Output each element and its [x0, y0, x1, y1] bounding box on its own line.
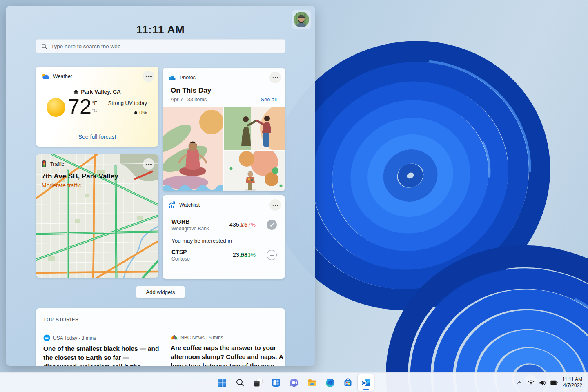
- edge-browser-button[interactable]: [322, 374, 338, 391]
- photo-thumbnail-circles[interactable]: [224, 151, 285, 191]
- stock-company: Woodgrove Bank: [172, 226, 209, 232]
- web-search-bar[interactable]: [36, 39, 285, 53]
- photos-widget[interactable]: Photos On This Day Apr 7 · 33 items See …: [163, 68, 285, 191]
- folder-icon: [307, 378, 317, 388]
- see-full-forecast-link[interactable]: See full forcast: [36, 134, 158, 140]
- home-icon: [74, 89, 78, 94]
- news-headline: Are coffee naps the answer to your after…: [171, 343, 285, 366]
- widgets-icon: [271, 378, 281, 388]
- weather-condition: Strong UV today: [108, 100, 147, 106]
- start-button[interactable]: [214, 374, 230, 391]
- desktop: 11:11 AM: [0, 0, 588, 392]
- watchlist-title: Watchlist: [179, 202, 200, 208]
- stock-ticker: WGRB: [172, 218, 189, 225]
- traffic-title: Traffic: [50, 161, 64, 167]
- more-options-icon: [145, 164, 152, 165]
- taskbar-clock[interactable]: 11:11 AM 4/7/2022: [560, 376, 586, 389]
- avatar-photo-icon: [294, 12, 309, 27]
- unit-fahrenheit[interactable]: °F: [92, 100, 101, 107]
- task-view-button[interactable]: [250, 374, 266, 391]
- chat-icon: [289, 378, 299, 388]
- taskbar-time: 11:11 AM: [562, 376, 582, 383]
- watchlist-widget[interactable]: Watchlist WGRB Woodgrove Bank 435.75 -1.…: [163, 195, 285, 279]
- traffic-widget[interactable]: Traffic 7th Ave SB, Park Valley Moderate…: [36, 154, 158, 278]
- weather-widget[interactable]: Weather Park Valley, CA 72 °F °C Strong …: [36, 67, 158, 147]
- add-widgets-button[interactable]: Add widgets: [136, 286, 185, 298]
- windows-start-icon: [217, 378, 227, 388]
- more-options-icon: [272, 77, 278, 78]
- system-tray: 11:11 AM 4/7/2022: [514, 373, 586, 392]
- top-stories-heading: TOP STORIES: [43, 317, 79, 323]
- usa-today-logo-icon: [43, 334, 50, 341]
- more-options-icon: [145, 76, 152, 77]
- photos-subtitle: Apr 7 · 33 items: [171, 97, 207, 102]
- traffic-status: Moderate traffic: [42, 182, 81, 189]
- watchlist-add-button[interactable]: [267, 250, 277, 260]
- outlook-icon: [361, 378, 371, 388]
- stock-company: Contoso: [172, 256, 190, 262]
- watchlist-chart-icon: [168, 201, 176, 209]
- tray-chevron-up-icon[interactable]: [514, 374, 525, 391]
- file-explorer-button[interactable]: [304, 374, 320, 391]
- temperature-unit-toggle: °F °C: [92, 100, 101, 114]
- weather-temperature: 72: [68, 94, 91, 119]
- microsoft-store-button[interactable]: [340, 374, 356, 391]
- edge-icon: [325, 378, 335, 388]
- weather-more-button[interactable]: [143, 71, 154, 82]
- photos-see-all-link[interactable]: See all: [261, 96, 277, 102]
- plus-icon: [270, 253, 274, 258]
- profile-avatar-button[interactable]: [292, 10, 311, 29]
- news-source-line: NBC News · 5 mins: [180, 335, 223, 341]
- watchlist-suggestion-label: You may be interested in: [172, 238, 232, 244]
- outlook-button[interactable]: [358, 374, 374, 391]
- photos-more-button[interactable]: [270, 72, 281, 83]
- news-headline: One of the smallest black holes — and th…: [43, 344, 163, 366]
- taskbar-search-button[interactable]: [232, 374, 248, 391]
- teams-chat-button[interactable]: [286, 374, 302, 391]
- battery-icon[interactable]: [548, 374, 559, 391]
- taskbar-date: 4/7/2022: [562, 383, 582, 389]
- photos-grid[interactable]: [163, 107, 285, 191]
- volume-icon[interactable]: [537, 374, 548, 391]
- photos-title: Photos: [180, 75, 196, 80]
- photos-cloud-icon: [168, 75, 176, 80]
- taskbar: 11:11 AM 4/7/2022: [0, 372, 588, 392]
- more-options-icon: [272, 205, 278, 206]
- unit-celsius[interactable]: °C: [92, 107, 101, 114]
- weather-cloud-icon: [42, 74, 49, 79]
- news-story[interactable]: USA Today · 3 mins One of the smallest b…: [43, 334, 163, 366]
- droplet-icon: [134, 110, 138, 115]
- watchlist-row-wgrb[interactable]: WGRB Woodgrove Bank 435.75 -1.67%: [172, 218, 279, 234]
- sun-icon: [47, 98, 65, 117]
- traffic-more-button[interactable]: [143, 158, 154, 170]
- photo-thumbnail-highfive[interactable]: [224, 107, 285, 150]
- search-input[interactable]: [51, 43, 280, 49]
- top-stories-card: TOP STORIES USA Today · 3 mins One of th…: [36, 308, 285, 366]
- watchlist-added-button[interactable]: [267, 220, 277, 230]
- stock-change: -1.67%: [238, 222, 256, 228]
- nbc-news-logo-icon: [171, 334, 178, 341]
- weather-location: Park Valley, CA: [81, 89, 120, 95]
- check-icon: [269, 222, 274, 227]
- photos-heading: On This Day: [171, 87, 211, 95]
- photo-thumbnail-yoga[interactable]: [163, 107, 223, 191]
- store-icon: [343, 378, 353, 388]
- weather-precipitation: 0%: [139, 109, 147, 116]
- stock-ticker: CTSP: [172, 249, 187, 255]
- widgets-panel: 11:11 AM: [6, 6, 315, 366]
- wifi-icon[interactable]: [526, 374, 536, 391]
- task-view-icon: [253, 378, 263, 388]
- news-source-line: USA Today · 3 mins: [53, 335, 96, 341]
- news-story[interactable]: NBC News · 5 mins Are coffee naps the an…: [171, 334, 285, 366]
- watchlist-more-button[interactable]: [270, 199, 281, 211]
- search-icon: [41, 43, 47, 49]
- search-icon: [236, 378, 245, 387]
- stock-change: +2.23%: [237, 252, 256, 258]
- watchlist-row-ctsp[interactable]: CTSP Contoso 23.98 +2.23%: [172, 249, 279, 264]
- taskbar-app-icons: [214, 374, 374, 391]
- traffic-light-icon: [42, 160, 47, 168]
- traffic-heading: 7th Ave SB, Park Valley: [42, 172, 118, 180]
- widgets-button[interactable]: [268, 374, 284, 391]
- weather-title: Weather: [53, 74, 72, 79]
- panel-clock: 11:11 AM: [6, 24, 315, 36]
